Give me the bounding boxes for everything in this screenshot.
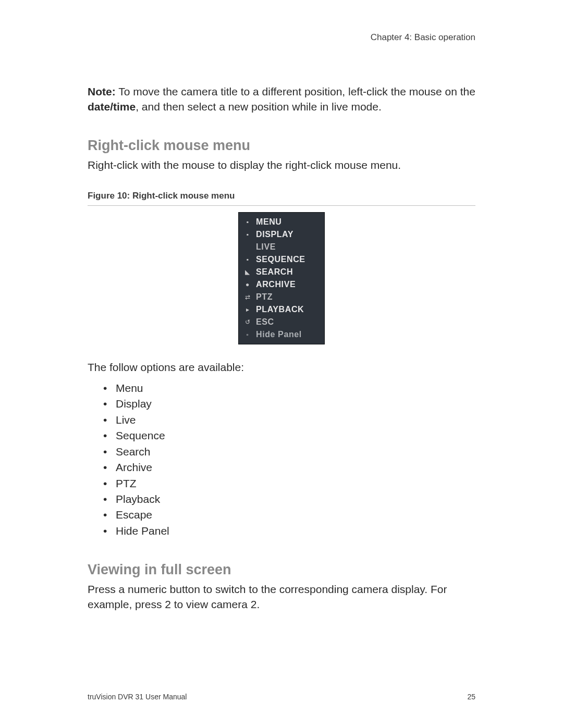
- esc-icon: ↺: [244, 318, 251, 326]
- note-text-1: To move the camera title to a different …: [116, 85, 475, 97]
- footer-page-number: 25: [467, 693, 475, 701]
- archive-icon: ●: [244, 281, 251, 288]
- list-item: Hide Panel: [103, 523, 475, 539]
- menu-item-label: SEARCH: [256, 267, 293, 277]
- menu-item-label: Hide Panel: [256, 330, 302, 339]
- section-heading-rightclick: Right-click mouse menu: [88, 138, 475, 154]
- menu-item-live: LIVE: [239, 241, 324, 253]
- figure-wrap: ▪ MENU ▪ DISPLAY LIVE ▪ SEQUENCE ◣ SEARC…: [88, 212, 475, 344]
- context-menu: ▪ MENU ▪ DISPLAY LIVE ▪ SEQUENCE ◣ SEARC…: [238, 212, 325, 344]
- menu-item-label: PLAYBACK: [256, 305, 304, 314]
- list-item: Live: [103, 412, 475, 428]
- menu-item-label: MENU: [256, 217, 282, 227]
- note-text-2: , and then select a new position while i…: [136, 101, 382, 113]
- display-icon: ▪: [244, 231, 251, 238]
- menu-item-label: LIVE: [256, 242, 276, 252]
- page: Chapter 4: Basic operation Note: To move…: [0, 0, 563, 728]
- menu-item-archive: ● ARCHIVE: [239, 278, 324, 291]
- menu-item-hidepanel: ▫ Hide Panel: [239, 328, 324, 341]
- list-item: Search: [103, 444, 475, 460]
- menu-item-label: DISPLAY: [256, 230, 293, 239]
- list-item: Archive: [103, 460, 475, 475]
- options-list: Menu Display Live Sequence Search Archiv…: [88, 380, 475, 539]
- menu-item-search: ◣ SEARCH: [239, 266, 324, 278]
- list-item: Sequence: [103, 428, 475, 443]
- header-chapter: Chapter 4: Basic operation: [88, 32, 475, 43]
- menu-item-display: ▪ DISPLAY: [239, 228, 324, 241]
- section-heading-fullscreen: Viewing in full screen: [88, 562, 475, 578]
- menu-item-playback: ▸ PLAYBACK: [239, 303, 324, 316]
- page-footer: truVision DVR 31 User Manual 25: [88, 693, 475, 701]
- list-item: Escape: [103, 507, 475, 523]
- menu-item-label: PTZ: [256, 292, 273, 302]
- list-item: Playback: [103, 491, 475, 507]
- hidepanel-icon: ▫: [244, 331, 251, 338]
- menu-item-esc: ↺ ESC: [239, 316, 324, 328]
- figure-caption: Figure 10: Right-click mouse menu: [88, 191, 475, 201]
- note-datetime: date/time: [88, 101, 136, 113]
- list-item: Display: [103, 396, 475, 412]
- menu-icon: ▪: [244, 218, 251, 226]
- menu-item-menu: ▪ MENU: [239, 216, 324, 228]
- note-prefix: Note:: [88, 85, 116, 97]
- playback-icon: ▸: [244, 306, 251, 313]
- section-fullscreen-text: Press a numeric button to switch to the …: [88, 582, 475, 612]
- section-rightclick-intro: Right-click with the mouse to display th…: [88, 158, 475, 173]
- options-intro: The follow options are available:: [88, 360, 475, 375]
- figure-rule: [88, 205, 475, 206]
- note-paragraph: Note: To move the camera title to a diff…: [88, 84, 475, 115]
- list-item: Menu: [103, 380, 475, 396]
- search-icon: ◣: [244, 268, 251, 276]
- ptz-icon: ⇄: [244, 293, 251, 301]
- footer-manual: truVision DVR 31 User Manual: [88, 693, 187, 701]
- menu-item-sequence: ▪ SEQUENCE: [239, 253, 324, 266]
- menu-item-label: ESC: [256, 317, 274, 327]
- menu-item-ptz: ⇄ PTZ: [239, 291, 324, 303]
- sequence-icon: ▪: [244, 256, 251, 263]
- list-item: PTZ: [103, 476, 475, 491]
- menu-item-label: ARCHIVE: [256, 280, 296, 289]
- menu-item-label: SEQUENCE: [256, 255, 305, 264]
